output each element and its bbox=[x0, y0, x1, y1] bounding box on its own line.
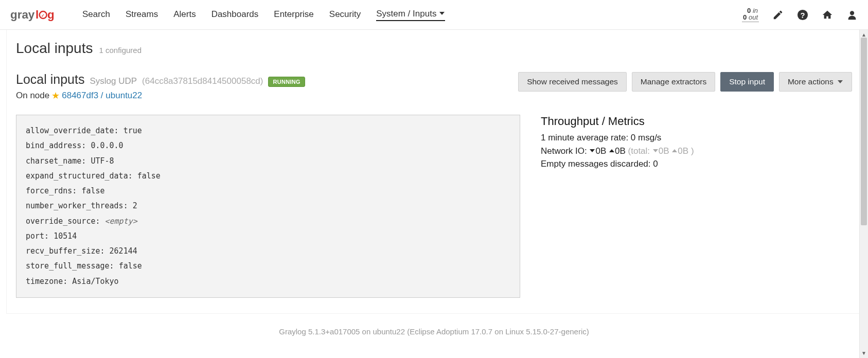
empty-discarded-row: Empty messages discarded: 0 bbox=[541, 157, 852, 171]
cfg-val: UTF-8 bbox=[91, 156, 114, 166]
node-link[interactable]: 68467df3 / ubuntu22 bbox=[62, 91, 142, 101]
total-label: (total: bbox=[628, 146, 650, 156]
cfg-override_source: override_source: <empty> bbox=[26, 214, 510, 229]
page-title-row: Local inputs 1 configured bbox=[16, 40, 852, 57]
page: Local inputs 1 configured Local inputs S… bbox=[6, 30, 862, 314]
caret-down-icon bbox=[590, 149, 595, 152]
out-label: out bbox=[749, 13, 758, 21]
cfg-allow_override_date: allow_override_date: true bbox=[26, 123, 510, 138]
cfg-force_rdns: force_rdns: false bbox=[26, 184, 510, 199]
page-title: Local inputs bbox=[16, 40, 93, 57]
nav-security[interactable]: Security bbox=[329, 9, 361, 21]
input-header-left: Local inputs Syslog UDP (64cc8a37815d841… bbox=[16, 72, 518, 101]
page-subtitle: 1 configured bbox=[99, 46, 141, 55]
svg-text:✓: ✓ bbox=[41, 12, 45, 17]
input-section: Local inputs Syslog UDP (64cc8a37815d841… bbox=[16, 72, 852, 298]
avg-rate-label: 1 minute average rate: bbox=[541, 133, 628, 142]
svg-text:?: ? bbox=[801, 11, 805, 19]
cfg-expand_structured_data: expand_structured_data: false bbox=[26, 169, 510, 184]
logo[interactable]: gray l ✓ g bbox=[10, 8, 68, 22]
stop-input-button[interactable]: Stop input bbox=[720, 72, 774, 92]
scroll-track[interactable] bbox=[860, 38, 868, 350]
input-type: Syslog UDP bbox=[90, 76, 137, 86]
total-up: 0B bbox=[678, 146, 688, 156]
nav-dashboards[interactable]: Dashboards bbox=[211, 9, 259, 21]
svg-text:g: g bbox=[47, 8, 55, 21]
cfg-number_worker_threads: number_worker_threads: 2 bbox=[26, 199, 510, 213]
topbar: gray l ✓ g Search Streams Alerts Dashboa… bbox=[0, 0, 868, 30]
main-nav: Search Streams Alerts Dashboards Enterpr… bbox=[82, 9, 742, 21]
total-close: ) bbox=[691, 146, 694, 156]
cfg-val: true bbox=[123, 126, 142, 135]
nav-alerts[interactable]: Alerts bbox=[173, 9, 196, 21]
global-throughput[interactable]: 0 in 0 out bbox=[742, 7, 759, 22]
input-header: Local inputs Syslog UDP (64cc8a37815d841… bbox=[16, 72, 852, 101]
cfg-val: false bbox=[119, 261, 142, 271]
avg-rate-value: 0 msg/s bbox=[631, 133, 662, 142]
scroll-thumb[interactable] bbox=[861, 38, 867, 225]
metrics: Throughput / Metrics 1 minute average ra… bbox=[541, 115, 852, 171]
caret-up-icon bbox=[672, 149, 677, 152]
net-down: 0B bbox=[595, 146, 606, 156]
cfg-val: 262144 bbox=[110, 246, 137, 256]
caret-down-icon bbox=[653, 149, 658, 152]
cfg-val: 10514 bbox=[54, 231, 77, 241]
svg-text:l: l bbox=[36, 8, 39, 21]
cfg-val: 0.0.0.0 bbox=[91, 141, 123, 150]
net-up: 0B bbox=[615, 146, 626, 156]
cfg-val: false bbox=[137, 171, 161, 181]
cfg-val: 2 bbox=[133, 201, 137, 210]
input-name: Local inputs bbox=[16, 72, 84, 87]
input-title-line: Local inputs Syslog UDP (64cc8a37815d841… bbox=[16, 72, 518, 87]
cfg-port: port: 10514 bbox=[26, 229, 510, 244]
scroll-down-arrow[interactable]: ▼ bbox=[861, 350, 866, 351]
caret-down-icon bbox=[439, 12, 445, 15]
avg-rate-row: 1 minute average rate: 0 msg/s bbox=[541, 131, 852, 145]
empty-value: 0 bbox=[653, 159, 658, 169]
network-io-label: Network IO: bbox=[541, 146, 587, 156]
input-columns: allow_override_date: true bind_address: … bbox=[16, 115, 852, 298]
metrics-heading: Throughput / Metrics bbox=[541, 115, 852, 128]
config-box: allow_override_date: true bind_address: … bbox=[16, 115, 520, 298]
help-icon[interactable]: ? bbox=[797, 9, 808, 21]
cfg-charset_name: charset_name: UTF-8 bbox=[26, 154, 510, 169]
action-buttons: Show received messages Manage extractors… bbox=[518, 72, 852, 92]
cfg-val: false bbox=[81, 186, 104, 195]
svg-text:gray: gray bbox=[10, 8, 35, 21]
cfg-val: <empty> bbox=[105, 217, 137, 226]
empty-label: Empty messages discarded: bbox=[541, 159, 651, 169]
user-icon[interactable] bbox=[846, 9, 858, 21]
total-down: 0B bbox=[659, 146, 669, 156]
on-node-label: On node bbox=[16, 91, 49, 101]
more-actions-button[interactable]: More actions bbox=[779, 72, 852, 92]
nav-system-inputs-label: System / Inputs bbox=[376, 9, 436, 19]
out-count: 0 bbox=[743, 13, 747, 21]
more-actions-label: More actions bbox=[788, 77, 834, 86]
cfg-store_full_message: store_full_message: false bbox=[26, 259, 510, 274]
node-line: On node ★ 68467df3 / ubuntu22 bbox=[16, 90, 518, 101]
cfg-bind_address: bind_address: 0.0.0.0 bbox=[26, 138, 510, 153]
cfg-val: Asia/Tokyo bbox=[72, 277, 118, 286]
scroll-up-arrow[interactable]: ▲ bbox=[861, 32, 866, 38]
nav-right: 0 in 0 out ? bbox=[742, 7, 858, 22]
cfg-timezone: timezone: Asia/Tokyo bbox=[26, 274, 510, 289]
edit-icon[interactable] bbox=[772, 9, 784, 21]
nav-streams[interactable]: Streams bbox=[126, 9, 158, 21]
scrollbar[interactable]: ▲ ▼ bbox=[859, 30, 868, 351]
manage-extractors-button[interactable]: Manage extractors bbox=[632, 72, 715, 92]
nav-system-inputs[interactable]: System / Inputs bbox=[376, 9, 445, 21]
input-id: (64cc8a37815d8414500058cd) bbox=[142, 76, 263, 86]
nav-enterprise[interactable]: Enterprise bbox=[274, 9, 313, 21]
footer: Graylog 5.1.3+a017005 on ubuntu22 (Eclip… bbox=[0, 319, 868, 351]
svg-point-7 bbox=[850, 11, 854, 15]
status-badge: RUNNING bbox=[268, 77, 305, 87]
nav-search[interactable]: Search bbox=[82, 9, 110, 21]
star-icon: ★ bbox=[51, 90, 60, 101]
network-io-row: Network IO: 0B 0B (total: 0B 0B ) bbox=[541, 145, 852, 158]
caret-up-icon bbox=[609, 149, 614, 152]
show-received-messages-button[interactable]: Show received messages bbox=[518, 72, 627, 92]
cfg-recv_buffer_size: recv_buffer_size: 262144 bbox=[26, 244, 510, 259]
caret-down-icon bbox=[838, 80, 843, 83]
home-icon[interactable] bbox=[822, 9, 833, 21]
